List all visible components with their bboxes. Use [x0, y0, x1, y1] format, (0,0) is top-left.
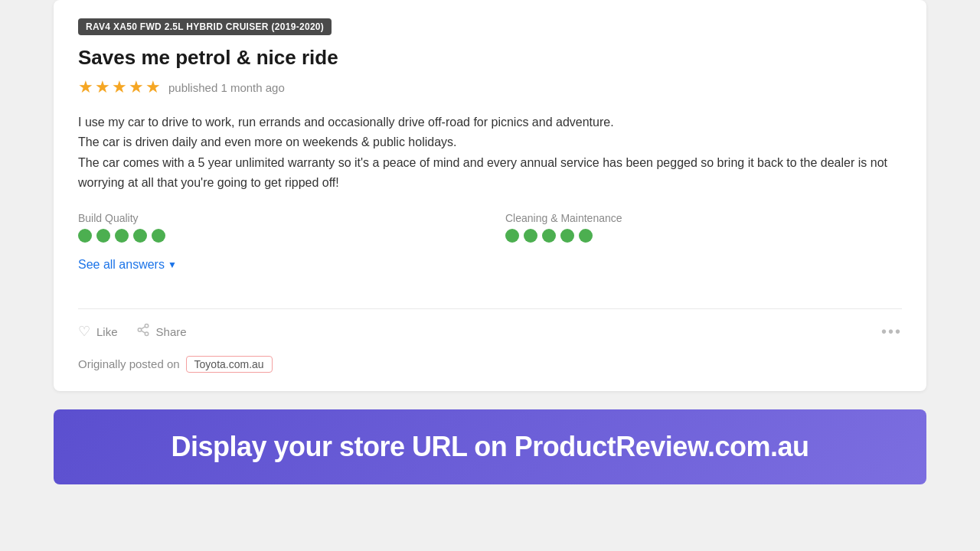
- published-text: published 1 month ago: [168, 81, 285, 94]
- review-card: RAV4 XA50 FWD 2.5L HYBRID CRUISER (2019-…: [54, 0, 926, 391]
- star-3: ★: [112, 77, 127, 97]
- share-label: Share: [156, 325, 187, 338]
- build-dot-4: [133, 229, 147, 243]
- chevron-down-icon: ▼: [168, 259, 177, 270]
- more-options-icon[interactable]: •••: [881, 323, 902, 341]
- ratings-grid: Build Quality Cleaning & Maintenance: [78, 212, 902, 243]
- build-quality-label: Build Quality: [78, 212, 475, 224]
- originally-posted: Originally posted on Toyota.com.au: [78, 356, 902, 373]
- action-left: ♡ Like Share: [78, 323, 187, 341]
- ad-banner[interactable]: Display your store URL on ProductReview.…: [54, 409, 926, 484]
- clean-dot-3: [542, 229, 556, 243]
- build-quality-dots: [78, 229, 475, 243]
- variant-badge: RAV4 XA50 FWD 2.5L HYBRID CRUISER (2019-…: [78, 18, 332, 35]
- cleaning-dots: [505, 229, 902, 243]
- see-all-answers-link[interactable]: See all answers ▼: [78, 258, 177, 272]
- like-button[interactable]: ♡ Like: [78, 323, 118, 340]
- cleaning-category: Cleaning & Maintenance: [505, 212, 902, 243]
- review-title: Saves me petrol & nice ride: [78, 46, 902, 70]
- review-line-3: The car comes with a 5 year unlimited wa…: [78, 153, 902, 194]
- ad-banner-text: Display your store URL on ProductReview.…: [171, 431, 808, 462]
- like-label: Like: [96, 325, 118, 338]
- build-dot-1: [78, 229, 92, 243]
- review-line-2: The car is driven daily and even more on…: [78, 132, 902, 152]
- cleaning-label: Cleaning & Maintenance: [505, 212, 902, 224]
- build-dot-5: [152, 229, 165, 243]
- star-5: ★: [145, 77, 161, 97]
- rating-row: ★ ★ ★ ★ ★ published 1 month ago: [78, 77, 902, 97]
- divider: [78, 308, 902, 309]
- clean-dot-4: [560, 229, 574, 243]
- clean-dot-2: [524, 229, 537, 243]
- review-body: I use my car to drive to work, run erran…: [78, 112, 902, 194]
- svg-line-4: [141, 326, 145, 328]
- originally-posted-label: Originally posted on: [78, 357, 180, 370]
- build-dot-3: [115, 229, 129, 243]
- review-line-1: I use my car to drive to work, run erran…: [78, 112, 902, 132]
- star-1: ★: [78, 77, 93, 97]
- share-button[interactable]: Share: [136, 323, 187, 341]
- see-all-answers-wrapper: See all answers ▼: [78, 258, 902, 290]
- build-quality-category: Build Quality: [78, 212, 475, 243]
- svg-line-3: [141, 331, 145, 333]
- clean-dot-5: [579, 229, 593, 243]
- star-4: ★: [129, 77, 144, 97]
- heart-icon: ♡: [78, 323, 90, 340]
- build-dot-2: [96, 229, 110, 243]
- action-row: ♡ Like Share •••: [78, 323, 902, 341]
- source-badge: Toyota.com.au: [186, 356, 273, 373]
- star-2: ★: [95, 77, 110, 97]
- stars: ★ ★ ★ ★ ★: [78, 77, 161, 97]
- share-icon: [136, 323, 150, 341]
- see-all-answers-label: See all answers: [78, 258, 165, 272]
- clean-dot-1: [505, 229, 519, 243]
- page-wrapper: RAV4 XA50 FWD 2.5L HYBRID CRUISER (2019-…: [0, 0, 980, 484]
